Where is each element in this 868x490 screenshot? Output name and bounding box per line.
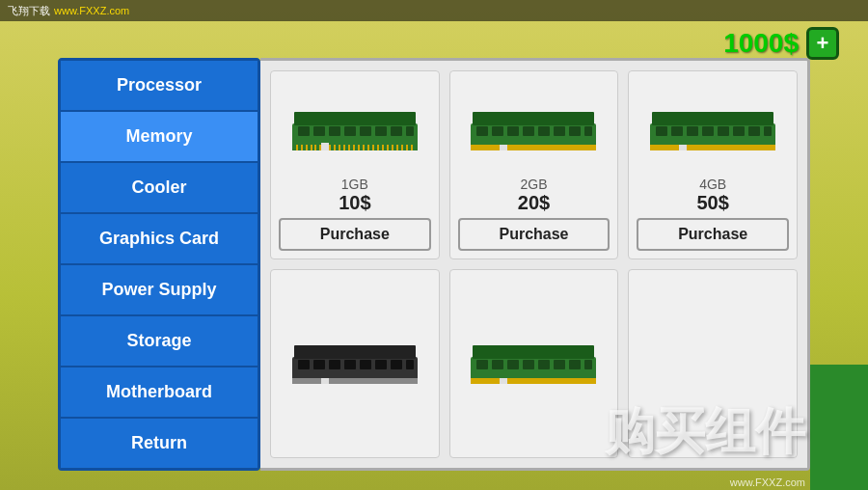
- svg-rect-31: [389, 145, 392, 150]
- svg-rect-35: [408, 145, 411, 150]
- add-currency-button[interactable]: +: [806, 27, 839, 60]
- svg-rect-55: [718, 126, 729, 136]
- watermark-prefix: 飞翔下载: [8, 4, 50, 18]
- product-image-4gb: [637, 81, 789, 171]
- sidebar: Processor Memory Cooler Graphics Card Po…: [58, 58, 260, 471]
- svg-rect-60: [679, 145, 687, 150]
- svg-rect-32: [393, 145, 396, 150]
- svg-rect-18: [321, 145, 329, 150]
- svg-rect-8: [391, 126, 402, 136]
- svg-rect-71: [292, 378, 418, 384]
- ram-image-1gb: [292, 102, 418, 150]
- svg-rect-15: [308, 145, 311, 150]
- svg-rect-36: [413, 145, 418, 150]
- svg-rect-58: [764, 126, 772, 136]
- ram-image-4gb: [650, 102, 775, 150]
- svg-rect-44: [554, 126, 565, 136]
- shop-container: Processor Memory Cooler Graphics Card Po…: [58, 58, 810, 471]
- svg-rect-7: [375, 126, 387, 136]
- svg-rect-38: [473, 112, 594, 125]
- sidebar-item-power-supply[interactable]: Power Supply: [61, 265, 258, 316]
- sidebar-item-processor[interactable]: Processor: [61, 61, 258, 112]
- svg-rect-77: [507, 360, 519, 369]
- svg-rect-1: [294, 112, 416, 125]
- svg-rect-6: [360, 126, 371, 136]
- svg-rect-23: [350, 145, 353, 150]
- svg-rect-48: [500, 145, 507, 150]
- svg-rect-63: [298, 360, 310, 369]
- svg-rect-17: [316, 145, 319, 150]
- svg-rect-46: [584, 126, 592, 136]
- svg-rect-3: [313, 126, 325, 136]
- svg-rect-30: [384, 145, 387, 150]
- product-card-2gb: 2GB 20$ Purchase: [449, 70, 619, 259]
- svg-rect-64: [313, 360, 325, 369]
- purchase-button-4gb[interactable]: Purchase: [637, 218, 789, 251]
- svg-rect-12: [292, 145, 296, 150]
- product-card-4gb: 4GB 50$ Purchase: [628, 70, 798, 259]
- product-image-row2-2: [458, 280, 610, 440]
- svg-rect-76: [492, 360, 503, 369]
- purchase-button-2gb[interactable]: Purchase: [458, 218, 610, 251]
- sidebar-item-cooler[interactable]: Cooler: [61, 163, 258, 214]
- svg-rect-27: [369, 145, 372, 150]
- sidebar-item-memory[interactable]: Memory: [61, 112, 258, 163]
- svg-rect-16: [312, 145, 314, 150]
- product-card-row2-1: [270, 269, 440, 458]
- product-card-row2-2: [449, 269, 619, 458]
- svg-rect-25: [360, 145, 363, 150]
- ram-image-green2: [471, 336, 596, 384]
- product-image-2gb: [458, 81, 610, 171]
- svg-rect-14: [303, 145, 306, 150]
- svg-rect-4: [329, 126, 340, 136]
- ram-image-2gb: [471, 102, 596, 150]
- svg-rect-20: [336, 145, 339, 150]
- product-image-1gb: [279, 81, 431, 171]
- watermark-url: www.FXXZ.com: [54, 5, 129, 16]
- svg-rect-70: [406, 360, 414, 369]
- svg-rect-54: [702, 126, 714, 136]
- svg-rect-69: [391, 360, 402, 369]
- svg-rect-81: [569, 360, 581, 369]
- currency-display: 1000$ +: [723, 27, 839, 60]
- svg-rect-5: [344, 126, 356, 136]
- product-price-2gb: 20$: [518, 192, 550, 214]
- product-price-4gb: 50$: [696, 192, 728, 214]
- purchase-button-1gb[interactable]: Purchase: [279, 218, 431, 251]
- svg-rect-72: [321, 378, 329, 384]
- svg-rect-66: [344, 360, 356, 369]
- sidebar-item-motherboard[interactable]: Motherboard: [61, 368, 258, 419]
- currency-amount: 1000$: [723, 28, 799, 59]
- content-panel: 1GB 10$ Purchase: [260, 58, 810, 471]
- svg-rect-82: [584, 360, 592, 369]
- svg-rect-80: [554, 360, 565, 369]
- svg-rect-9: [406, 126, 414, 136]
- svg-rect-43: [538, 126, 550, 136]
- svg-rect-57: [748, 126, 760, 136]
- product-price-1gb: 10$: [339, 192, 370, 214]
- product-size-1gb: 1GB: [339, 177, 370, 192]
- sidebar-item-graphics-card[interactable]: Graphics Card: [61, 214, 258, 265]
- product-info-2gb: 2GB 20$: [518, 177, 550, 214]
- svg-rect-42: [523, 126, 534, 136]
- svg-rect-41: [507, 126, 519, 136]
- svg-rect-26: [365, 145, 367, 150]
- svg-rect-62: [294, 345, 416, 359]
- svg-rect-56: [733, 126, 745, 136]
- svg-rect-29: [379, 145, 382, 150]
- svg-rect-75: [476, 360, 488, 369]
- svg-rect-68: [375, 360, 387, 369]
- product-card-row2-3: [628, 269, 798, 458]
- svg-rect-19: [331, 145, 334, 150]
- svg-rect-50: [652, 112, 773, 125]
- product-info-4gb: 4GB 50$: [696, 177, 728, 214]
- sidebar-item-storage[interactable]: Storage: [61, 316, 258, 368]
- sidebar-item-return[interactable]: Return: [61, 419, 258, 468]
- svg-rect-45: [569, 126, 581, 136]
- svg-rect-65: [329, 360, 340, 369]
- product-size-2gb: 2GB: [518, 177, 550, 192]
- product-image-row2-1: [279, 280, 431, 440]
- svg-rect-39: [476, 126, 488, 136]
- svg-rect-78: [523, 360, 534, 369]
- svg-rect-67: [360, 360, 371, 369]
